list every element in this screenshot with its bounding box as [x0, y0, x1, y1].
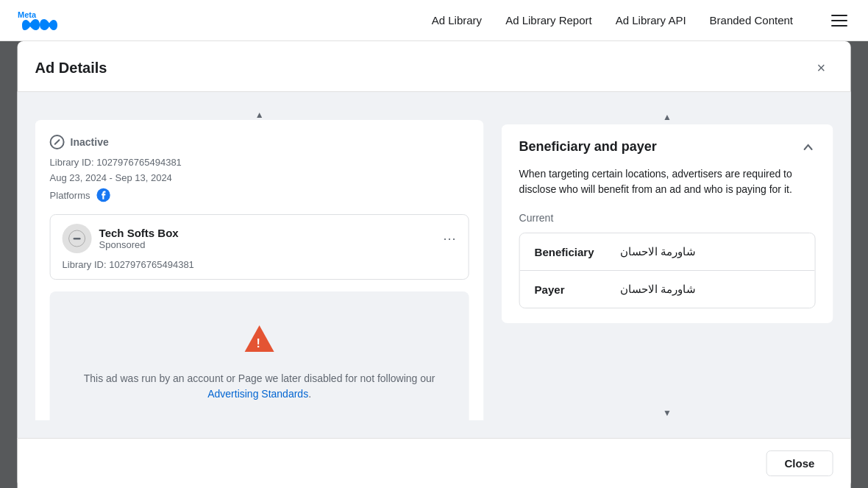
right-scroll-down-indicator: ▼ [502, 406, 833, 420]
svg-rect-3 [74, 238, 81, 240]
beneficiary-header: Beneficiary and payer [519, 139, 816, 155]
ad-page-name: Tech Softs Box [99, 227, 179, 239]
inactive-icon [50, 135, 65, 149]
ad-card: Tech Softs Box Sponsored ··· Library ID:… [50, 214, 469, 280]
beneficiary-field-label: Beneficiary [535, 246, 608, 258]
ad-status-text: Inactive [71, 136, 109, 148]
beneficiary-description: When targeting certain locations, advert… [519, 166, 816, 197]
ad-info-container: Inactive Library ID: 1027976765494381 Au… [35, 120, 484, 420]
beneficiary-current-label: Current [519, 212, 816, 224]
beneficiary-field-value: شاورمة الاحسان [620, 245, 696, 258]
ad-details-modal: Ad Details × ▲ Inactive Library ID: 1027… [18, 41, 851, 488]
modal-body: ▲ Inactive Library ID: 1027976765494381 … [18, 92, 851, 438]
beneficiary-row: Beneficiary شاورمة الاحسان [520, 233, 815, 271]
modal-footer: Close [18, 438, 851, 488]
ad-page-info: Tech Softs Box Sponsored [99, 227, 179, 250]
ad-sponsored-label: Sponsored [99, 239, 179, 250]
navbar: Meta Ad Library Ad Library Report Ad Lib… [0, 0, 868, 41]
nav-branded-content[interactable]: Branded Content [710, 14, 793, 26]
chevron-up-icon [800, 140, 815, 155]
svg-text:Meta: Meta [18, 10, 37, 19]
facebook-platform-icon [96, 188, 111, 202]
hamburger-menu-icon[interactable] [828, 12, 850, 29]
ad-disabled-content: ! This ad was run by an account or Page … [50, 291, 469, 420]
payer-field-label: Payer [535, 283, 608, 296]
payer-row: Payer شاورمة الاحسان [520, 271, 815, 308]
platforms-label: Platforms [50, 190, 90, 201]
beneficiary-table: Beneficiary شاورمة الاحسان Payer شاورمة … [519, 233, 816, 308]
nav-ad-library[interactable]: Ad Library [432, 14, 482, 26]
modal-title: Ad Details [35, 60, 107, 77]
svg-text:!: ! [257, 337, 260, 350]
modal-header: Ad Details × [18, 41, 851, 92]
ad-card-profile: Tech Softs Box Sponsored [63, 224, 179, 253]
modal-close-button[interactable]: × [809, 56, 833, 79]
nav-ad-library-report[interactable]: Ad Library Report [505, 14, 592, 26]
nav-links: Ad Library Ad Library Report Ad Library … [432, 14, 793, 26]
payer-field-value: شاورمة الاحسان [620, 283, 696, 296]
left-scroll-up-indicator: ▲ [35, 110, 484, 120]
footer-close-button[interactable]: Close [766, 450, 833, 476]
ad-library-id: Library ID: 1027976765494381 [50, 157, 469, 168]
ad-disabled-description: This ad was run by an account or Page we… [65, 371, 455, 402]
ad-platforms: Platforms [50, 188, 469, 202]
beneficiary-container: Beneficiary and payer When targeting cer… [502, 124, 833, 323]
ad-avatar [63, 224, 92, 253]
right-panel: Beneficiary and payer When targeting cer… [502, 124, 833, 406]
avatar-icon [68, 230, 86, 247]
nav-ad-library-api[interactable]: Ad Library API [616, 14, 686, 26]
warning-triangle-icon: ! [242, 321, 277, 356]
beneficiary-title: Beneficiary and payer [519, 139, 657, 155]
beneficiary-collapse-button[interactable] [800, 140, 815, 155]
left-panel: Inactive Library ID: 1027976765494381 Au… [35, 120, 484, 420]
advertising-standards-link[interactable]: Advertising Standards [207, 388, 308, 400]
ad-card-library-id: Library ID: 1027976765494381 [63, 259, 457, 270]
ad-more-menu-icon[interactable]: ··· [444, 231, 457, 247]
right-scroll-up-indicator: ▲ [502, 110, 833, 124]
meta-logo: Meta [18, 9, 62, 32]
ad-card-header: Tech Softs Box Sponsored ··· [63, 224, 457, 253]
ad-status-row: Inactive [50, 135, 469, 149]
ad-dates: Aug 23, 2024 - Sep 13, 2024 [50, 172, 469, 183]
